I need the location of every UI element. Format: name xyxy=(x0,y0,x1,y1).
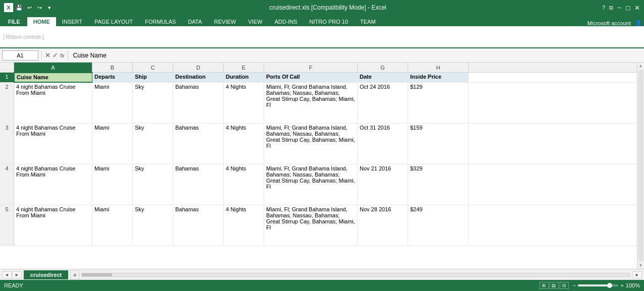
cell-b4[interactable]: Miami xyxy=(92,164,133,205)
cell-e3[interactable]: 4 Nights xyxy=(224,124,264,164)
zoom-out-icon[interactable]: − xyxy=(573,282,576,288)
cell-e2[interactable]: 4 Nights xyxy=(224,83,264,123)
cancel-formula-icon[interactable]: ✕ xyxy=(45,51,51,59)
cell-f4[interactable]: Miami, Fl; Grand Bahama Island, Bahamas;… xyxy=(264,164,358,205)
cell-e5[interactable]: 4 Nights xyxy=(224,205,264,246)
row-number-1[interactable]: 1 xyxy=(0,73,14,82)
h-scroll-right-icon[interactable]: ► xyxy=(632,271,642,278)
confirm-formula-icon[interactable]: ✓ xyxy=(53,51,58,59)
column-headers: A B C D E F G H xyxy=(0,63,637,73)
tab-formulas[interactable]: FORMULAS xyxy=(139,17,182,26)
cell-g3[interactable]: Oct 31 2016 xyxy=(358,124,408,164)
cell-f1[interactable]: Ports Of Call xyxy=(264,73,358,82)
h-scroll-track[interactable] xyxy=(81,273,630,277)
cell-f2[interactable]: Miami, Fl; Grand Bahama Island, Bahamas;… xyxy=(264,83,358,123)
row-number-4[interactable]: 4 xyxy=(0,164,14,205)
cell-a4[interactable]: 4 night Bahamas Cruise From Miami xyxy=(14,164,92,205)
cell-h5[interactable]: $249 xyxy=(408,205,469,246)
cell-a3[interactable]: 4 night Bahamas Cruise From Miami xyxy=(14,124,92,164)
name-box[interactable] xyxy=(2,50,38,61)
col-header-f[interactable]: F xyxy=(264,63,358,72)
cell-g5[interactable]: Nov 28 2016 xyxy=(358,205,408,246)
horizontal-scrollbar[interactable] xyxy=(79,273,632,277)
cell-f5[interactable]: Miami, Fl; Grand Bahama Island, Bahamas;… xyxy=(264,205,358,246)
cell-e1[interactable]: Duration xyxy=(224,73,264,82)
row-number-5[interactable]: 5 xyxy=(0,205,14,246)
tab-addins[interactable]: ADD-INS xyxy=(268,17,303,26)
cell-a1[interactable]: Cuise Name xyxy=(14,73,92,82)
cell-d2[interactable]: Bahamas xyxy=(173,83,224,123)
cell-a5[interactable]: 4 night Bahamas Cruise From Miami xyxy=(14,205,92,246)
restore-icon[interactable]: ⧉ xyxy=(609,5,613,11)
tab-view[interactable]: VIEW xyxy=(242,17,268,26)
zoom-percentage[interactable]: 100% xyxy=(626,282,640,288)
col-header-d[interactable]: D xyxy=(173,63,224,72)
tab-data[interactable]: DATA xyxy=(182,17,208,26)
cell-c1[interactable]: Ship xyxy=(133,73,173,82)
cell-f3[interactable]: Miami, Fl; Grand Bahama Island, Bahamas;… xyxy=(264,124,358,164)
cell-g1[interactable]: Date xyxy=(358,73,408,82)
scroll-up-icon[interactable]: ▲ xyxy=(639,64,643,68)
sheet-tab-cruisedirect[interactable]: cruisedirect xyxy=(24,270,68,279)
save-icon[interactable]: 💾 xyxy=(15,4,23,12)
row-number-3[interactable]: 3 xyxy=(0,124,14,164)
minimize-icon[interactable]: ─ xyxy=(617,5,621,11)
tab-home[interactable]: HOME xyxy=(27,17,56,26)
tab-review[interactable]: REVIEW xyxy=(208,17,242,26)
maximize-icon[interactable]: ▢ xyxy=(625,5,630,11)
cell-d5[interactable]: Bahamas xyxy=(173,205,224,246)
help-icon[interactable]: ? xyxy=(602,5,605,11)
cell-e4[interactable]: 4 Nights xyxy=(224,164,264,205)
tab-file[interactable]: FILE xyxy=(1,17,27,26)
tab-scroll-right-icon[interactable]: ► xyxy=(12,271,22,278)
cell-c5[interactable]: Sky xyxy=(133,205,173,246)
cell-b3[interactable]: Miami xyxy=(92,124,133,164)
col-header-b[interactable]: B xyxy=(92,63,133,72)
formula-input[interactable] xyxy=(71,50,642,61)
close-icon[interactable]: ✕ xyxy=(634,4,640,12)
cell-b1[interactable]: Departs xyxy=(92,73,133,82)
cell-d1[interactable]: Destination xyxy=(173,73,224,82)
cell-h3[interactable]: $159 xyxy=(408,124,469,164)
page-break-view-icon[interactable]: ⊟ xyxy=(560,282,569,289)
row-number-2[interactable]: 2 xyxy=(0,83,14,123)
account-label[interactable]: Microsoft account xyxy=(587,20,635,26)
tab-page-layout[interactable]: PAGE LAYOUT xyxy=(88,17,139,26)
cell-d4[interactable]: Bahamas xyxy=(173,164,224,205)
cell-b2[interactable]: Miami xyxy=(92,83,133,123)
redo-icon[interactable]: ↪ xyxy=(35,4,43,12)
scroll-down-icon[interactable]: ▼ xyxy=(639,263,643,268)
tab-scroll-left-icon[interactable]: ◄ xyxy=(2,271,12,278)
tab-nitro[interactable]: NITRO PRO 10 xyxy=(304,17,354,26)
cell-g2[interactable]: Oct 24 2016 xyxy=(358,83,408,123)
cell-h2[interactable]: $129 xyxy=(408,83,469,123)
col-header-g[interactable]: G xyxy=(358,63,408,72)
tab-team[interactable]: TEAM xyxy=(354,17,382,26)
undo-icon[interactable]: ↩ xyxy=(25,4,33,12)
vertical-scrollbar[interactable]: ▲ ▼ xyxy=(637,63,644,269)
zoom-in-icon[interactable]: + xyxy=(620,282,623,288)
cell-h1[interactable]: Inside Price xyxy=(408,73,469,82)
h-scroll-thumb[interactable] xyxy=(82,273,112,276)
cell-c4[interactable]: Sky xyxy=(133,164,173,205)
col-header-h[interactable]: H xyxy=(408,63,469,72)
cell-a2[interactable]: 4 night Bahamas Cruise From Miami xyxy=(14,83,92,123)
scroll-thumb[interactable] xyxy=(638,70,643,261)
customize-icon[interactable]: ▾ xyxy=(45,4,54,12)
cell-b5[interactable]: Miami xyxy=(92,205,133,246)
insert-function-icon[interactable]: fx xyxy=(60,52,65,59)
normal-view-icon[interactable]: ⊞ xyxy=(539,282,549,289)
page-layout-view-icon[interactable]: ▤ xyxy=(550,282,559,289)
col-header-c[interactable]: C xyxy=(133,63,173,72)
cell-c3[interactable]: Sky xyxy=(133,124,173,164)
cell-h4[interactable]: $329 xyxy=(408,164,469,205)
add-sheet-button[interactable]: + xyxy=(70,270,79,279)
cell-c2[interactable]: Sky xyxy=(133,83,173,123)
cell-d3[interactable]: Bahamas xyxy=(173,124,224,164)
col-header-e[interactable]: E xyxy=(224,63,264,72)
col-header-a[interactable]: A xyxy=(14,63,92,72)
zoom-slider[interactable] xyxy=(578,284,618,286)
tab-insert[interactable]: INSERT xyxy=(56,17,88,26)
zoom-slider-thumb[interactable] xyxy=(607,283,612,288)
cell-g4[interactable]: Nov 21 2016 xyxy=(358,164,408,205)
